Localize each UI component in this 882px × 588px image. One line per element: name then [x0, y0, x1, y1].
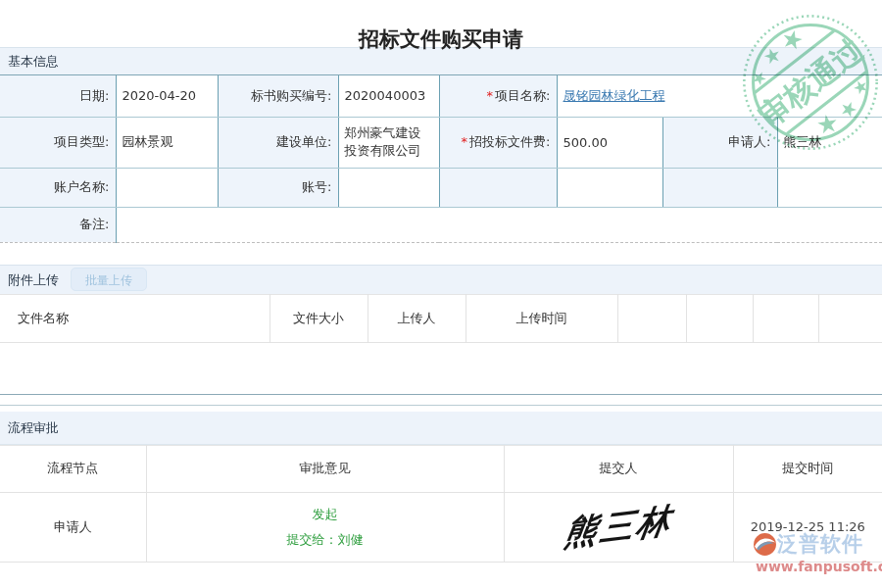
doc-fee-value: 500.00: [557, 117, 662, 168]
project-type-value: 园林景观: [116, 117, 218, 168]
table-row: 账户名称: 账号:: [0, 168, 882, 207]
project-type-label: 项目类型:: [0, 117, 116, 168]
col-approval-opinion: 审批意见: [146, 445, 504, 492]
bid-document-purchase-page: 招标文件购买申请 基本信息 日期: 2020-04-20 标书购买编号: 202…: [0, 0, 882, 588]
basic-info-table: 日期: 2020-04-20 标书购买编号: 2020040003 *项目名称:…: [0, 75, 882, 243]
submitter-cell: 熊三林: [504, 492, 733, 562]
submit-time-value: 2019-12-25 11:26: [751, 519, 865, 534]
required-marker: *: [487, 88, 494, 103]
section-header-approval: 流程审批: [0, 412, 882, 445]
account-name-label: 账户名称:: [0, 168, 116, 207]
attachments-table: 文件名称 文件大小 上传人 上传时间: [0, 294, 882, 343]
col-file-name: 文件名称: [0, 294, 270, 342]
fanpu-brand-text: 泛普软件: [777, 534, 863, 555]
remark-label: 备注:: [0, 207, 116, 242]
col-file-size: 文件大小: [270, 294, 368, 342]
flow-node-value: 申请人: [0, 492, 146, 562]
col-empty: [818, 294, 882, 342]
account-no-label: 账号:: [218, 168, 338, 207]
batch-upload-button[interactable]: 批量上传: [71, 268, 147, 291]
date-label: 日期:: [0, 75, 116, 117]
section-header-attachments: 附件上传 批量上传: [0, 265, 882, 294]
build-unit-value: 郑州豪气建设投资有限公司: [338, 117, 439, 168]
table-row: 备注:: [0, 207, 882, 242]
table-row: 项目类型: 园林景观 建设单位: 郑州豪气建设投资有限公司 *招投标文件费: 5…: [0, 117, 882, 168]
col-upload-time: 上传时间: [466, 294, 617, 342]
account-no-value: [338, 168, 439, 207]
submitter-signature: 熊三林: [561, 497, 676, 557]
approval-opinion-cell: 发起 提交给：刘健: [146, 492, 504, 562]
required-marker: *: [462, 134, 468, 149]
attachments-empty-area: [0, 343, 882, 395]
project-name-label: *项目名称:: [439, 75, 557, 117]
col-empty: [686, 294, 753, 342]
build-unit-label: 建设单位:: [218, 117, 338, 168]
project-name-link[interactable]: 晟铭园林绿化工程: [564, 88, 665, 103]
empty-value-cell: [557, 168, 662, 207]
approval-row: 申请人 发起 提交给：刘健 熊三林 2019-12-25 11:26: [0, 492, 882, 562]
fanpu-logo-icon: [753, 532, 777, 557]
project-name-value: 晟铭园林绿化工程: [557, 75, 882, 117]
empty-label-cell: [662, 168, 777, 207]
remark-value: [116, 207, 882, 242]
attachments-header-label: 附件上传: [8, 266, 59, 294]
doc-no-label: 标书购买编号:: [218, 75, 338, 117]
doc-fee-label: *招投标文件费:: [439, 117, 557, 168]
fanpu-url-text: www.fanpusoft.com: [756, 560, 882, 573]
attachments-header-row: 文件名称 文件大小 上传人 上传时间: [0, 294, 882, 342]
col-empty: [753, 294, 818, 342]
empty-label-cell: [439, 168, 557, 207]
date-value: 2020-04-20: [116, 75, 218, 117]
account-name-value: [116, 168, 218, 207]
divider: [0, 395, 882, 406]
col-flow-node: 流程节点: [0, 445, 146, 492]
doc-no-value: 2020040003: [338, 75, 439, 117]
approval-table: 流程节点 审批意见 提交人 提交时间 申请人 发起 提交给：刘健 熊三林 201…: [0, 445, 882, 563]
col-submit-time: 提交时间: [733, 445, 882, 492]
spacer: [0, 243, 882, 265]
fanpu-watermark: 泛普软件 www.fanpusoft.com: [753, 532, 882, 573]
approval-header-row: 流程节点 审批意见 提交人 提交时间: [0, 445, 882, 492]
table-row: 日期: 2020-04-20 标书购买编号: 2020040003 *项目名称:…: [0, 75, 882, 117]
opinion-action: 发起: [151, 502, 500, 527]
empty-value-cell: [777, 168, 882, 207]
applicant-value: 熊三林: [777, 117, 882, 168]
opinion-submit-to: 提交给：刘健: [151, 527, 500, 553]
applicant-label: 申请人:: [662, 117, 777, 168]
col-empty: [617, 294, 686, 342]
page-title: 招标文件购买申请: [0, 0, 882, 47]
col-submitter: 提交人: [504, 445, 733, 492]
col-uploader: 上传人: [368, 294, 466, 342]
